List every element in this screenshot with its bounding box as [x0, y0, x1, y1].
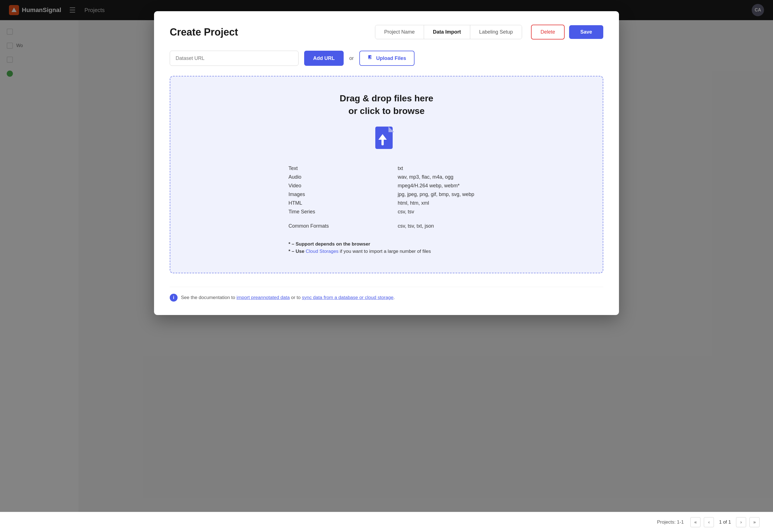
prev-page-button[interactable]: ‹ — [704, 517, 714, 527]
type-value-images: jpg, jpeg, png, gif, bmp, svg, webp — [398, 192, 485, 197]
modal-overlay: Create Project Project Name Data Import … — [0, 0, 773, 532]
type-value-text: txt — [398, 165, 485, 171]
upload-files-label: Upload Files — [376, 55, 406, 61]
footnote-2: * – Use Cloud Storages if you want to im… — [288, 249, 485, 254]
footer-between: or to — [290, 295, 302, 300]
save-button[interactable]: Save — [569, 25, 603, 39]
modal-title: Create Project — [170, 26, 238, 38]
type-label-audio: Audio — [288, 174, 375, 180]
next-page-button[interactable]: › — [736, 517, 746, 527]
type-label-video: Video — [288, 183, 375, 189]
spacer-right — [398, 218, 485, 220]
upload-icon — [368, 55, 373, 62]
footer-text: See the documentation to import preannot… — [181, 295, 395, 300]
tab-project-name[interactable]: Project Name — [375, 25, 424, 39]
type-value-video: mpeg4/H.264 webp, webm* — [398, 183, 485, 189]
page-current: 1 of 1 — [719, 519, 731, 525]
delete-button[interactable]: Delete — [531, 25, 565, 39]
type-value-common: csv, tsv, txt, json — [398, 223, 485, 229]
type-label-html: HTML — [288, 200, 375, 206]
type-value-timeseries: csv, tsv — [398, 209, 485, 215]
url-row: Add URL or Upload Files — [170, 51, 603, 66]
sync-database-link[interactable]: sync data from a database or cloud stora… — [302, 295, 394, 300]
info-icon: i — [170, 294, 178, 302]
modal-tabs: Project Name Data Import Labeling Setup — [375, 25, 522, 39]
modal-footer: i See the documentation to import preann… — [170, 287, 603, 302]
cloud-storages-link[interactable]: Cloud Storages — [306, 249, 338, 254]
svg-rect-4 — [369, 58, 371, 59]
spacer-left — [288, 218, 375, 220]
dataset-url-input[interactable] — [170, 51, 299, 66]
file-types-grid: Text txt Audio wav, mp3, flac, m4a, ogg … — [288, 165, 485, 229]
footer-suffix: . — [394, 295, 395, 300]
footnote-1: * – Support depends on the browser — [288, 241, 485, 247]
modal-header: Create Project Project Name Data Import … — [170, 25, 603, 39]
last-page-button[interactable]: » — [749, 517, 760, 527]
tab-labeling-setup[interactable]: Labeling Setup — [470, 25, 522, 39]
pagination-label: Projects: 1-1 — [657, 519, 684, 525]
dropzone[interactable]: Drag & drop files here or click to brows… — [170, 76, 603, 273]
dropzone-title-line1: Drag & drop files here — [340, 93, 433, 104]
file-upload-icon — [374, 125, 399, 154]
create-project-modal: Create Project Project Name Data Import … — [154, 11, 619, 315]
add-url-button[interactable]: Add URL — [304, 51, 344, 66]
pagination-bar: Projects: 1-1 « ‹ 1 of 1 › » — [0, 512, 773, 532]
dropzone-title-line2: or click to browse — [348, 106, 425, 116]
upload-files-button[interactable]: Upload Files — [359, 51, 415, 66]
footnotes: * – Support depends on the browser * – U… — [288, 241, 485, 256]
type-label-timeseries: Time Series — [288, 209, 375, 215]
first-page-button[interactable]: « — [690, 517, 700, 527]
import-preannotated-link[interactable]: import preannotated data — [236, 295, 290, 300]
footer-prefix: See the documentation to — [181, 295, 236, 300]
tab-data-import[interactable]: Data Import — [424, 25, 470, 39]
type-value-audio: wav, mp3, flac, m4a, ogg — [398, 174, 485, 180]
type-label-images: Images — [288, 192, 375, 197]
footnote-1-text: * – Support depends on the browser — [288, 241, 370, 247]
type-label-common: Common Formats — [288, 223, 375, 229]
type-value-html: html, htm, xml — [398, 200, 485, 206]
or-separator: or — [349, 55, 354, 61]
type-label-text: Text — [288, 165, 375, 171]
